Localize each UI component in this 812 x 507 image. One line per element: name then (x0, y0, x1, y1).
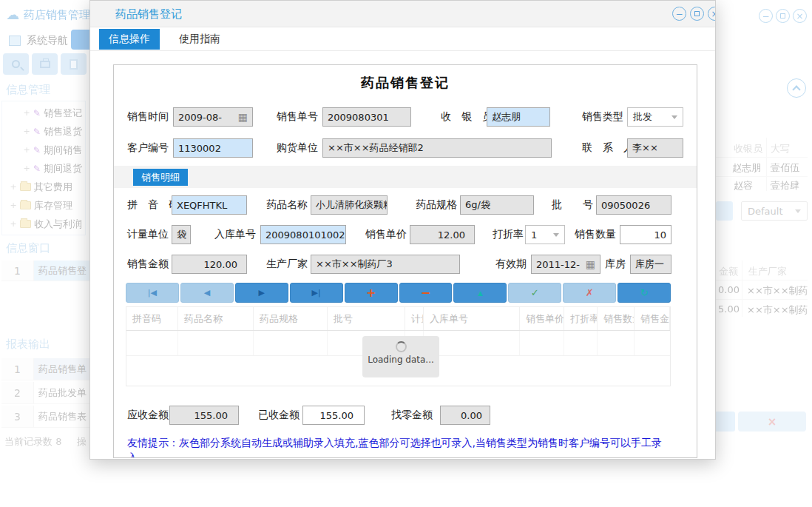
expander-icon[interactable]: + (23, 164, 30, 173)
report-row-wholesale-slip[interactable]: 2 药品批发单 (1, 382, 89, 404)
received-field[interactable]: 155.00 (302, 406, 365, 425)
tab-sales-detail[interactable]: 销售明细 (133, 169, 188, 186)
report-row-sales-slip[interactable]: 1 药品销售单 (1, 358, 89, 380)
edit-triangle-icon: ▲ (478, 289, 483, 297)
bg-field-fragment (716, 201, 733, 221)
sale-no-field[interactable]: 2009080301 (322, 107, 411, 127)
nav-next-button[interactable]: ▶ (235, 283, 288, 303)
tab-info-operation[interactable]: 信息操作 (99, 29, 160, 50)
close-button[interactable]: × (708, 7, 716, 21)
warehouse-field[interactable]: 库房一 (630, 255, 671, 274)
nav-prior-button[interactable]: ◀ (180, 283, 234, 303)
expander-icon[interactable]: + (10, 201, 17, 210)
next-record-icon: ▶ (259, 288, 265, 298)
expander-icon[interactable]: + (23, 127, 30, 136)
minimize-button[interactable]: − (672, 7, 686, 21)
tree-item-sales-register[interactable]: + ✎ 销售登记 (2, 104, 86, 122)
manufacturer-cell: ××市××制药 (747, 303, 808, 317)
contact-field[interactable]: 李×× (627, 138, 683, 158)
calendar-icon[interactable]: ▦ (238, 112, 248, 122)
nav-edit-button[interactable]: ▲ (453, 283, 507, 303)
nav-first-button[interactable]: |◀ (126, 283, 179, 303)
sale-time-field[interactable]: 2009-08- ▦ (173, 107, 253, 127)
change-value: 0.00 (461, 410, 482, 421)
cashier-label: 收 银 员 (441, 107, 493, 127)
receivable-field[interactable]: 155.00 (169, 406, 239, 425)
print-toolbar-button[interactable] (32, 53, 58, 75)
nav-last-button[interactable]: ▶| (290, 283, 343, 303)
col-unit-price: 销售单价 (520, 307, 564, 330)
tab-user-guide[interactable]: 使用指南 (176, 29, 223, 50)
buyer-field[interactable]: ××市××药品经销部2 (322, 138, 552, 158)
unit-field[interactable]: 袋 (172, 225, 191, 244)
bg-restore-button[interactable] (776, 9, 790, 23)
row-divider (716, 176, 808, 177)
expander-icon[interactable]: + (23, 145, 30, 155)
tree-item-sales-return[interactable]: + ✎ 销售退货 (2, 122, 86, 141)
bg-minimize-button[interactable]: − (759, 9, 773, 23)
dialog-titlebar[interactable]: 药品销售登记 − × (90, 1, 715, 27)
tree-item-label: 库存管理 (34, 199, 72, 212)
x-icon: ✗ (586, 287, 594, 298)
batch-no-field[interactable]: 09050026 (596, 195, 671, 215)
sale-type-select[interactable]: 批发 (627, 107, 683, 127)
drug-name-field[interactable]: 小儿清肺化痰颗粒 (311, 195, 388, 215)
unit-value: 袋 (177, 228, 186, 241)
quantity-field[interactable]: 10 (620, 225, 671, 244)
bg-close-button[interactable]: × (793, 9, 807, 23)
inbound-no-field[interactable]: 2009080101002 (260, 225, 346, 244)
row-divider (716, 157, 808, 158)
nav-refresh-button[interactable]: ↻ (618, 283, 671, 303)
tree-item-label: 销售登记 (44, 107, 82, 120)
customer-no-value: 1130002 (178, 143, 221, 154)
plus-icon: + (366, 286, 376, 300)
batch-no-value: 09050026 (601, 200, 650, 211)
chevron-up-icon (792, 85, 800, 93)
tree-item-other-fees[interactable]: + 其它费用 (2, 178, 86, 196)
folder-icon (20, 201, 31, 209)
quantity-value: 10 (654, 229, 666, 241)
nav-insert-button[interactable]: + (345, 283, 398, 303)
customer-no-field[interactable]: 1130002 (173, 138, 253, 158)
col-header-caps: 大写 (771, 142, 790, 155)
manufacturer-field[interactable]: ××市××制药厂3 (311, 255, 460, 274)
screen: ☁ 药店销售管理 − × 系统导航 信息管理 + ✎ 销售登记 + (0, 0, 812, 507)
unit-price-label: 销售单价 (365, 225, 407, 244)
expiry-label: 有效期 (495, 255, 527, 274)
default-dropdown[interactable]: Default (741, 201, 808, 221)
cashier-field[interactable]: 赵志朋 (487, 107, 550, 127)
calendar-icon[interactable]: ▦ (586, 259, 595, 269)
expander-icon[interactable]: + (10, 182, 17, 192)
search-toolbar-button[interactable] (3, 53, 29, 75)
unit-price-field[interactable]: 12.00 (410, 225, 475, 244)
expander-icon[interactable]: + (10, 219, 17, 229)
amount-field[interactable]: 120.00 (172, 255, 247, 274)
nav-delete-button[interactable]: − (399, 283, 453, 303)
expiry-field[interactable]: 2011-12- ▦ (531, 255, 600, 274)
system-nav-tab[interactable]: 系统导航 (9, 33, 68, 49)
report-row-sales-table[interactable]: 3 药品销售表 (1, 406, 89, 428)
nav-post-button[interactable]: ✓ (508, 283, 561, 303)
manufacturer-value: ××市××制药厂3 (316, 258, 393, 271)
tree-item-period-sales[interactable]: + ✎ 期间销售 (2, 141, 86, 159)
collapse-button[interactable] (787, 78, 806, 98)
amount-value: 120.00 (204, 259, 238, 270)
col-header-manufacturer: 生产厂家 (748, 265, 787, 278)
chevron-down-icon (671, 115, 677, 119)
change-field[interactable]: 0.00 (440, 406, 490, 425)
pinyin-field[interactable]: XEQFHTKL (172, 195, 247, 215)
tree-item-inventory[interactable]: + 库存管理 (2, 196, 86, 215)
grid-cell (564, 331, 598, 355)
tree-item-period-return[interactable]: + ✎ 期间退货 (2, 159, 86, 178)
info-window-row[interactable]: 1 药品销售登 (1, 261, 89, 281)
spec-field[interactable]: 6g/袋 (460, 195, 534, 215)
discount-select[interactable]: 1 (525, 225, 565, 244)
restore-button[interactable] (690, 7, 704, 21)
col-drug-name: 药品名称 (178, 307, 254, 330)
tree-item-income-profit[interactable]: + 收入与利润 (2, 215, 86, 233)
bg-cancel-button[interactable]: × (738, 412, 806, 432)
nav-cancel-button[interactable]: ✗ (563, 283, 616, 303)
hint-text: 友情提示：灰色部分系统自动生成或辅助录入填充,蓝色部分可选择也可录入,当销售类型… (127, 435, 667, 458)
document-toolbar-button[interactable] (61, 53, 87, 75)
expander-icon[interactable]: + (23, 108, 30, 118)
